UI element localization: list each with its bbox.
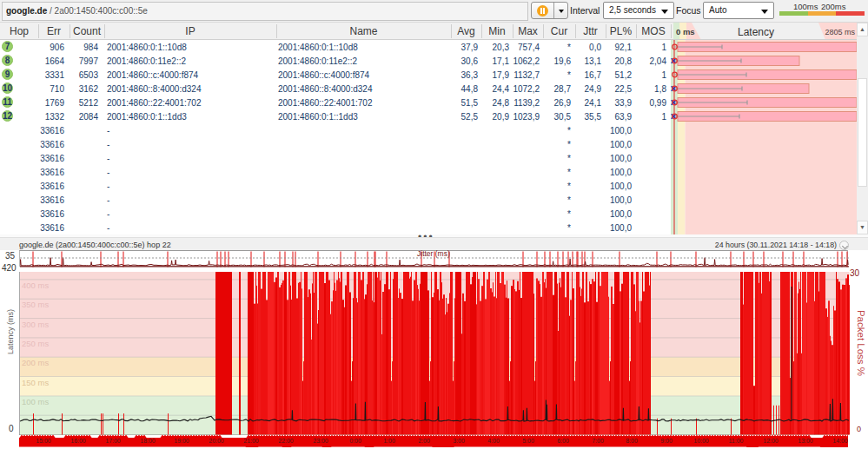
svg-text:14:00: 14:00 <box>832 438 848 444</box>
svg-text:100 ms: 100 ms <box>22 397 49 406</box>
svg-text:18:00: 18:00 <box>140 438 156 444</box>
svg-text:350 ms: 350 ms <box>22 300 49 309</box>
svg-text:400 ms: 400 ms <box>22 281 49 290</box>
svg-text:0:00: 0:00 <box>349 438 361 444</box>
svg-text:6:00: 6:00 <box>557 438 569 444</box>
svg-text:2:00: 2:00 <box>418 438 430 444</box>
svg-text:16:00: 16:00 <box>70 438 86 444</box>
svg-text:13:00: 13:00 <box>798 438 813 444</box>
svg-text:150 ms: 150 ms <box>22 378 49 387</box>
svg-text:200 ms: 200 ms <box>22 358 49 367</box>
svg-text:19:00: 19:00 <box>174 438 189 444</box>
svg-text:8:00: 8:00 <box>626 438 638 444</box>
svg-text:7:00: 7:00 <box>592 438 604 444</box>
svg-text:12:00: 12:00 <box>763 438 779 444</box>
svg-text:5:00: 5:00 <box>522 438 534 444</box>
svg-text:11:00: 11:00 <box>729 438 744 444</box>
svg-text:21:00: 21:00 <box>243 438 259 444</box>
svg-text:10:00: 10:00 <box>693 438 709 444</box>
svg-text:20:00: 20:00 <box>209 438 224 444</box>
svg-text:300 ms: 300 ms <box>22 320 49 329</box>
svg-text:9:00: 9:00 <box>660 438 673 444</box>
svg-text:22:00: 22:00 <box>278 438 294 444</box>
svg-text:250 ms: 250 ms <box>22 339 49 348</box>
svg-text:23:00: 23:00 <box>313 438 328 444</box>
svg-text:3:00: 3:00 <box>453 438 465 444</box>
svg-text:4:00: 4:00 <box>487 438 500 444</box>
svg-text:15:00: 15:00 <box>36 438 51 444</box>
svg-text:17:00: 17:00 <box>105 438 121 444</box>
svg-text:1:00: 1:00 <box>383 438 395 444</box>
